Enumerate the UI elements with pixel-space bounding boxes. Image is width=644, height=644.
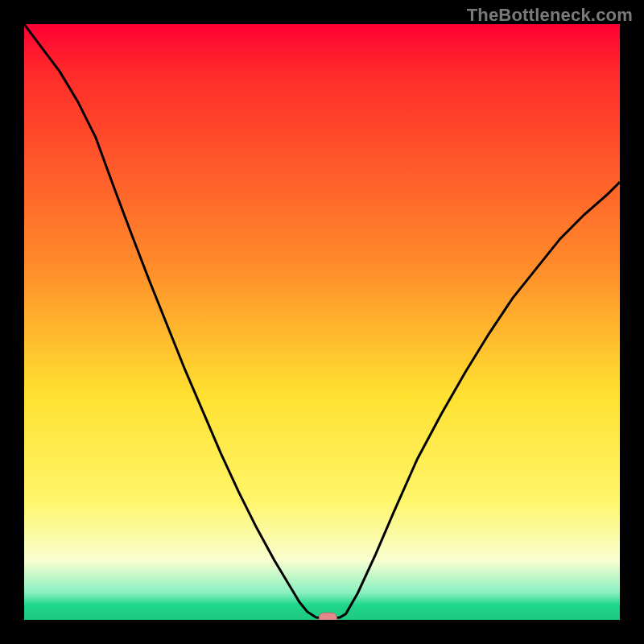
gradient-background: [24, 24, 620, 620]
optimal-point-marker: [319, 613, 336, 620]
chart-frame: TheBottleneck.com: [0, 0, 644, 644]
plot-area: [24, 24, 620, 620]
bottleneck-chart: [24, 24, 620, 620]
watermark-text: TheBottleneck.com: [467, 5, 633, 26]
